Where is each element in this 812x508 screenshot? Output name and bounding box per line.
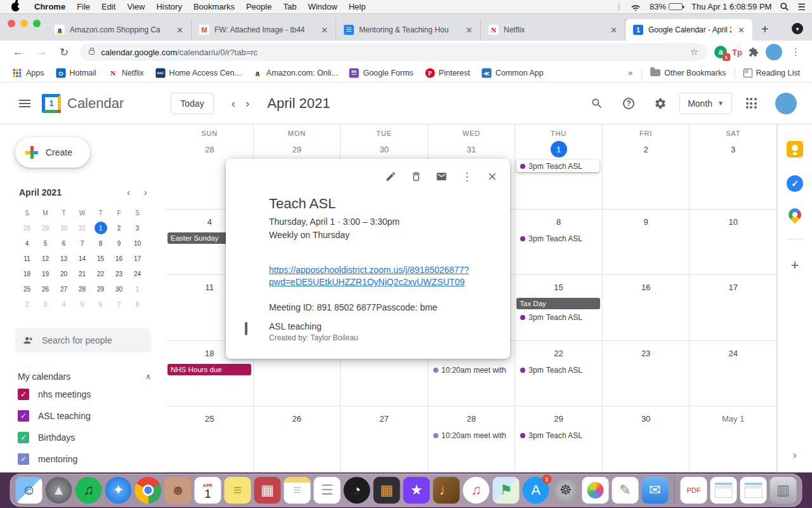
event-item[interactable]: 3pmTeach ASL — [516, 160, 599, 172]
menu-item-view[interactable]: View — [121, 2, 150, 11]
prev-month-button[interactable]: ‹ — [232, 97, 235, 110]
extensions-puzzle-icon[interactable] — [747, 45, 761, 59]
tasks-icon[interactable]: ✓ — [787, 175, 803, 192]
bookmark-outlook[interactable]: OHotmail — [50, 68, 102, 78]
view-selector[interactable]: Month▼ — [679, 93, 732, 114]
day-cell-25[interactable]: 25 — [166, 406, 254, 472]
menu-app-name[interactable]: Chrome — [29, 2, 71, 11]
mini-date-3[interactable]: 3 — [128, 220, 147, 236]
forward-button[interactable]: → — [31, 46, 52, 58]
today-button[interactable]: Today — [171, 93, 213, 114]
bookmark-commonapp[interactable]: ≪Common App — [476, 68, 549, 78]
tab-amazon[interactable]: aAmazon.com Shopping Ca✕ — [47, 19, 192, 41]
mini-today-circle[interactable]: 1 — [95, 222, 107, 234]
tab-search-icon[interactable]: ▾ — [792, 23, 803, 34]
mini-date-8[interactable]: 8 — [91, 236, 110, 251]
dock-icon-calendar[interactable]: APR1 — [195, 477, 221, 504]
day-cell-26[interactable]: 26 — [254, 406, 341, 472]
menu-item-history[interactable]: History — [150, 2, 187, 11]
create-button[interactable]: Create — [15, 137, 90, 168]
dock-icon-itunes[interactable]: ♫ — [463, 477, 490, 504]
zoom-window-button[interactable] — [33, 20, 41, 27]
bookmarks-overflow-chevron[interactable]: » — [622, 68, 639, 77]
day-cell-22[interactable]: 223pmTeach ASL — [515, 341, 603, 406]
mini-date-15[interactable]: 15 — [91, 251, 110, 266]
dock-icon-contacts[interactable]: ☻ — [165, 477, 192, 504]
mini-date-11[interactable]: 11 — [18, 251, 36, 266]
address-bar[interactable]: calendar.google.com/calendar/u/0/r?tab=r… — [80, 43, 707, 61]
mini-prev-button[interactable]: ‹ — [127, 187, 130, 197]
event-item[interactable]: 10:20ammeet with — [429, 364, 513, 376]
dock-icon-app-store[interactable]: A1 — [523, 477, 549, 504]
mini-date-14[interactable]: 14 — [73, 251, 91, 266]
menu-item-bookmarks[interactable]: Bookmarks — [188, 2, 240, 11]
mini-date-8[interactable]: 8 — [128, 297, 147, 312]
mini-date-24[interactable]: 24 — [128, 266, 147, 281]
dock-icon-reminders[interactable]: ☰ — [314, 477, 341, 504]
dock-icon-dashboard[interactable]: ◔ — [344, 477, 370, 504]
dock-icon-launchpad[interactable]: ▲ — [46, 477, 72, 504]
maps-icon[interactable] — [786, 206, 804, 224]
event-chip[interactable]: Tax Day — [516, 298, 600, 309]
mini-date-4[interactable]: 4 — [18, 236, 36, 251]
calendar-list-item[interactable]: ✓Birthdays — [18, 429, 151, 446]
dock-icon-maps[interactable]: ⚑ — [493, 477, 520, 504]
bluetooth-icon[interactable]: ᛒ — [617, 2, 622, 11]
mini-date-7[interactable]: 7 — [73, 236, 91, 251]
mini-date-18[interactable]: 18 — [18, 266, 36, 281]
dock-icon-photo-booth[interactable]: ▦ — [254, 477, 281, 504]
event-item[interactable]: 10:20ammeet with — [429, 429, 513, 441]
edit-event-icon[interactable] — [381, 166, 401, 187]
dock-icon-chrome[interactable] — [135, 477, 162, 504]
mini-date-2[interactable]: 2 — [110, 220, 128, 236]
mini-date-28[interactable]: 28 — [18, 220, 36, 236]
mini-date-13[interactable]: 13 — [55, 251, 73, 266]
dock-icon-textedit[interactable]: ✎ — [612, 477, 639, 504]
mini-date-1[interactable]: 1 — [91, 220, 110, 236]
settings-gear-icon[interactable] — [648, 91, 673, 116]
bookmark-apps[interactable]: Apps — [6, 68, 50, 78]
collapse-chevron-icon[interactable]: ∧ — [145, 372, 151, 381]
mini-date-10[interactable]: 10 — [128, 236, 147, 251]
day-cell-1[interactable]: THU13pmTeach ASL — [515, 124, 603, 210]
mini-date-30[interactable]: 30 — [55, 220, 73, 236]
delete-event-icon[interactable] — [406, 166, 426, 187]
menu-clock[interactable]: Thu Apr 1 6:08:59 PM — [691, 2, 771, 11]
help-icon[interactable]: ? — [616, 91, 641, 116]
day-cell-30[interactable]: 30 — [603, 406, 690, 472]
mini-date-9[interactable]: 9 — [110, 236, 128, 251]
mini-date-12[interactable]: 12 — [36, 251, 55, 266]
profile-avatar[interactable] — [766, 44, 782, 60]
menu-item-help[interactable]: Help — [343, 2, 372, 11]
bookmark-netflix[interactable]: NNetflix — [102, 68, 150, 78]
tab-close-icon[interactable]: ✕ — [737, 25, 746, 35]
day-cell-24[interactable]: 24 — [690, 341, 777, 406]
tab-close-icon[interactable]: ✕ — [464, 25, 474, 35]
dock-icon-calculator[interactable]: ▦ — [374, 477, 400, 504]
day-cell-8[interactable]: 83pmTeach ASL — [515, 210, 603, 275]
mini-date-6[interactable]: 6 — [55, 236, 73, 251]
dock-icon-garageband[interactable]: ♩ — [433, 477, 460, 504]
mini-date-5[interactable]: 5 — [73, 297, 91, 312]
dock-icon-spotify[interactable]: ♫ — [75, 477, 102, 504]
day-cell-27[interactable]: 27 — [341, 406, 428, 472]
extension-a-icon[interactable]: a1 — [714, 45, 728, 59]
calendar-list-item[interactable]: ✓ASL teaching — [18, 407, 151, 425]
day-cell-May-1[interactable]: May 1 — [690, 406, 777, 472]
tab-close-icon[interactable]: ✕ — [609, 25, 619, 35]
dock-icon-system-preferences[interactable]: ☸ — [553, 477, 579, 504]
close-window-button[interactable] — [8, 20, 15, 27]
close-popup-icon[interactable] — [482, 166, 502, 187]
apple-menu-icon[interactable] — [11, 3, 20, 11]
event-chip[interactable]: NHS Hours due — [167, 364, 251, 375]
mini-date-4[interactable]: 4 — [55, 297, 73, 312]
mini-date-22[interactable]: 22 — [91, 266, 110, 281]
tab-close-icon[interactable]: ✕ — [175, 25, 185, 35]
event-item[interactable]: 3pmTeach ASL — [516, 364, 599, 376]
calendar-checkbox[interactable]: ✓ — [18, 389, 29, 400]
dock-icon-finder[interactable]: ☺ — [16, 477, 43, 504]
bookmark-pinterest[interactable]: PPinterest — [419, 68, 476, 78]
bookmark-forms[interactable]: Google Forms — [343, 68, 419, 78]
notification-center-icon[interactable]: ☰ — [797, 2, 806, 12]
mini-date-1[interactable]: 1 — [128, 281, 147, 297]
